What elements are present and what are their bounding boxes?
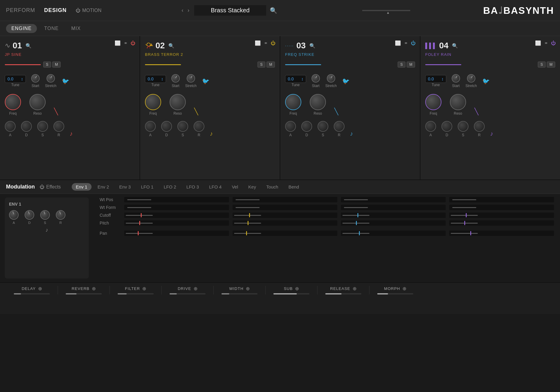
env-s-knob[interactable] [40,210,50,220]
panel-3-a-knob[interactable] [285,121,296,132]
mod-tab-lfo1[interactable]: LFO 1 [137,183,158,191]
mod-tab-key[interactable]: Key [244,183,260,191]
mod-tab-vel[interactable]: Vel [227,183,242,191]
sub-nav-tone[interactable]: TONE [39,24,64,33]
pitch-slot-4[interactable] [449,220,554,226]
cutoff-slot-4[interactable] [449,213,554,218]
panel-2-tune-input[interactable]: 0.0↕ [145,75,166,83]
volume-slider[interactable] [362,10,410,11]
panel-3-stretch-knob[interactable] [327,74,335,83]
panel-1-reso-knob[interactable] [29,94,46,110]
search-icon[interactable]: 🔍 [270,7,277,14]
panel-2-d-knob[interactable] [161,121,172,132]
panel-3-s-knob[interactable] [318,121,328,132]
panel-2-wave-icon[interactable]: ⬜ [255,40,261,46]
panel-2-s-knob[interactable] [177,121,188,132]
drive-slider[interactable] [170,293,206,294]
reverb-add-icon[interactable]: ⊕ [92,286,96,291]
panel-2-stretch-knob[interactable] [187,74,195,83]
env-r-knob[interactable] [56,210,65,220]
cutoff-slot-3[interactable] [341,213,446,218]
panel-2-power-icon[interactable]: ⏻ [271,41,275,46]
pitch-slot-1[interactable] [124,220,229,226]
reverb-slider[interactable] [66,293,102,294]
panel-4-search[interactable]: 🔍 [452,43,458,49]
panel-3-s-btn[interactable]: S [398,62,405,68]
env-a-knob[interactable] [9,210,19,220]
wtform-slot-2[interactable] [233,205,337,210]
nav-design[interactable]: DESIGN [44,7,67,14]
pan-slot-1[interactable] [124,231,229,236]
panel-1-wave-icon[interactable]: ⬜ [115,40,121,46]
panel-1-s-knob[interactable] [37,121,48,132]
panel-4-reso-knob[interactable] [450,94,466,110]
width-add-icon[interactable]: ⊕ [246,286,250,291]
panel-3-m-btn[interactable]: M [407,62,415,68]
panel-3-power-icon[interactable]: ⏻ [411,41,416,46]
panel-4-s-knob[interactable] [458,121,468,132]
mod-tab-env3[interactable]: Env 3 [115,183,135,191]
panel-1-r-knob[interactable] [53,121,64,132]
panel-1-stretch-knob-dial[interactable] [47,74,55,83]
panel-2-start-knob[interactable] [171,74,180,83]
panel-4-power-icon[interactable]: ⏻ [551,41,556,46]
panel-4-tune-input[interactable]: 0.0↕ [425,75,446,83]
prev-arrow[interactable]: ‹ [180,6,185,15]
panel-1-a-knob[interactable] [5,121,16,132]
morph-add-icon[interactable]: ⊕ [402,286,406,291]
panel-2-bird-icon[interactable]: 🐦 [202,77,209,85]
panel-3-freq-knob[interactable] [285,94,301,110]
pan-slot-3[interactable] [341,231,446,236]
panel-4-link-icon[interactable]: ⚭ [544,40,548,46]
panel-3-tune-input[interactable]: 0.0↕ [285,75,306,83]
panel-1-m-btn[interactable]: M [52,62,61,68]
panel-1-start-knob-dial[interactable] [31,74,40,83]
wtform-slot-1[interactable] [124,205,229,210]
panel-2-m-btn[interactable]: M [266,62,275,68]
panel-1-tune-input[interactable]: 0.0↕ [5,75,26,83]
mod-tab-lfo4[interactable]: LFO 4 [205,183,226,191]
panel-4-start-knob[interactable] [452,74,460,83]
panel-3-link-icon[interactable]: ⚭ [404,40,408,46]
cutoff-slot-1[interactable] [124,213,229,218]
panel-1-search[interactable]: 🔍 [26,43,32,49]
cutoff-slot-2[interactable] [233,213,337,218]
delay-add-icon[interactable]: ⊕ [38,286,42,291]
filter-add-icon[interactable]: ⊕ [142,286,146,291]
panel-4-stretch-knob[interactable] [467,74,475,83]
wtpos-slot-1[interactable] [124,197,229,202]
drive-add-icon[interactable]: ⊕ [194,286,197,291]
pan-slot-2[interactable] [233,231,337,236]
panel-3-search[interactable]: 🔍 [309,43,315,49]
panel-1-d-knob[interactable] [21,121,32,132]
mod-tab-lfo3[interactable]: LFO 3 [182,183,203,191]
panel-4-d-knob[interactable] [441,121,452,132]
panel-4-a-knob[interactable] [425,121,436,132]
panel-2-s-btn[interactable]: S [257,62,265,68]
delay-slider[interactable] [14,293,50,294]
sub-slider[interactable] [273,293,309,294]
wtpos-slot-3[interactable] [341,197,446,202]
panel-1-freq-knob[interactable] [5,94,21,110]
mod-tab-lfo2[interactable]: LFO 2 [159,183,180,191]
panel-1-bird-icon[interactable]: 🐦 [62,77,69,85]
effects-toggle[interactable]: ⏻ Effects [40,184,61,190]
mod-tab-touch[interactable]: Touch [262,183,282,191]
panel-4-m-btn[interactable]: M [547,62,555,68]
sub-add-icon[interactable]: ⊕ [295,286,299,291]
panel-3-wave-icon[interactable]: ⬜ [395,40,401,46]
panel-3-r-knob[interactable] [334,121,345,132]
next-arrow[interactable]: › [186,6,191,15]
panel-2-reso-knob[interactable] [170,94,186,110]
panel-1-link-icon[interactable]: ⚭ [124,40,128,46]
panel-2-r-knob[interactable] [194,121,204,132]
morph-slider[interactable] [377,293,413,294]
wtform-slot-3[interactable] [341,205,446,210]
pan-slot-4[interactable] [449,231,554,236]
panel-4-freq-knob[interactable] [425,94,441,110]
sub-nav-engine[interactable]: ENGINE [6,24,37,33]
panel-1-s-btn[interactable]: S [43,62,51,68]
wtpos-slot-2[interactable] [233,197,337,202]
sub-nav-mix[interactable]: MIX [66,24,86,33]
release-slider[interactable] [325,293,361,294]
